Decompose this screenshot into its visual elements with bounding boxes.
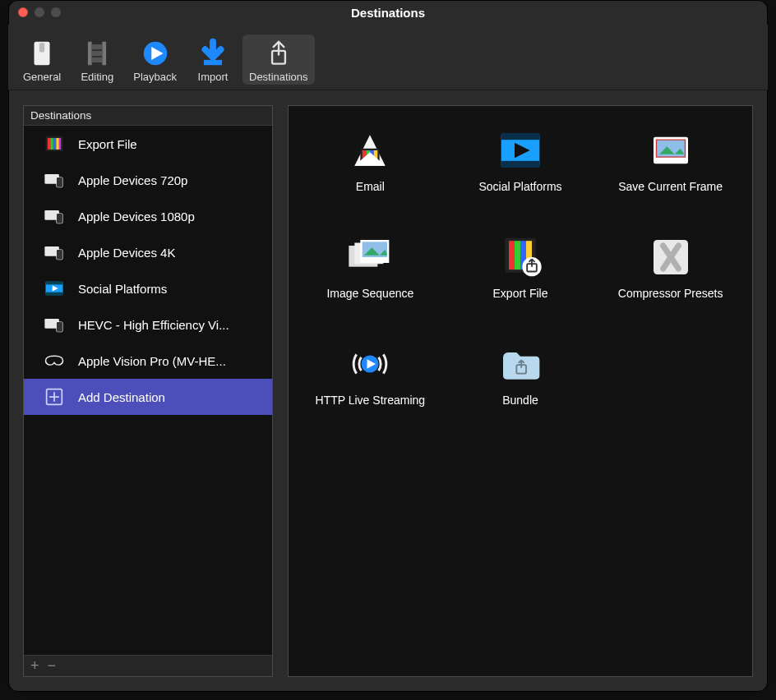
- destination-template[interactable]: HTTP Live Streaming: [295, 331, 446, 438]
- toolbar-tab-label: Destinations: [249, 71, 308, 83]
- destination-template-label: Bundle: [502, 394, 538, 407]
- preferences-toolbar: GeneralEditingPlaybackImportDestinations: [8, 25, 768, 90]
- frame-photo-icon: [644, 127, 697, 173]
- sidebar-item-label: HEVC - High Efficiency Vi...: [78, 318, 229, 332]
- toolbar-tab-label: Playback: [133, 71, 177, 83]
- toolbar-tab-label: General: [23, 71, 61, 83]
- sidebar-item-label: Apple Devices 1080p: [78, 210, 195, 223]
- svg-rect-4: [92, 44, 103, 49]
- sidebar-item-label: Apple Vision Pro (MV-HE...: [78, 354, 226, 368]
- editing-icon: [79, 38, 115, 69]
- destination-template-label: Compressor Presets: [618, 287, 723, 300]
- svg-rect-9: [204, 60, 222, 65]
- svg-rect-19: [57, 177, 62, 187]
- sidebar-list: Export FileApple Devices 720pApple Devic…: [24, 126, 272, 655]
- destination-templates-grid: EmailSocial PlatformsSave Current FrameI…: [288, 105, 753, 677]
- sidebar-item[interactable]: Apple Vision Pro (MV-HE...: [24, 343, 272, 379]
- sidebar-header: Destinations: [24, 106, 272, 126]
- add-destination-button[interactable]: +: [30, 657, 39, 675]
- toolbar-tab-destinations[interactable]: Destinations: [242, 35, 315, 85]
- plus-square-icon: [42, 385, 67, 408]
- devices-icon: [42, 313, 67, 336]
- sidebar-item-label: Export File: [78, 137, 137, 151]
- destination-template[interactable]: Compressor Presets: [595, 224, 746, 331]
- visionpro-icon: [42, 349, 67, 372]
- svg-rect-12: [48, 138, 51, 150]
- remove-destination-button[interactable]: −: [48, 657, 57, 675]
- svg-rect-14: [53, 138, 57, 150]
- sidebar-item[interactable]: HEVC - High Efficiency Vi...: [24, 306, 272, 343]
- email-icon: [344, 127, 396, 173]
- svg-rect-5: [92, 51, 103, 56]
- import-icon: [195, 38, 231, 69]
- svg-rect-6: [92, 58, 103, 62]
- destination-template-label: Save Current Frame: [618, 180, 723, 193]
- svg-rect-51: [515, 241, 520, 269]
- svg-rect-1: [39, 43, 44, 52]
- destinations-sidebar: Destinations Export FileApple Devices 72…: [23, 105, 273, 677]
- svg-rect-28: [46, 292, 63, 296]
- destinations-icon: [261, 38, 297, 69]
- toolbar-tab-playback[interactable]: Playback: [127, 35, 183, 85]
- sidebar-item[interactable]: Apple Devices 1080p: [24, 198, 272, 234]
- hls-icon: [344, 341, 396, 387]
- sidebar-item[interactable]: Apple Devices 720p: [24, 162, 272, 198]
- destination-template[interactable]: Social Platforms: [446, 117, 596, 224]
- destination-template-label: Export File: [493, 287, 548, 300]
- window-title: Destinations: [8, 6, 768, 20]
- content: Destinations Export FileApple Devices 72…: [8, 90, 768, 692]
- sidebar-item[interactable]: Apple Devices 4K: [24, 234, 272, 270]
- svg-rect-44: [656, 140, 685, 157]
- svg-rect-16: [59, 138, 61, 150]
- titlebar: Destinations: [8, 0, 768, 25]
- destination-template[interactable]: Save Current Frame: [595, 117, 746, 224]
- sidebar-item-label: Add Destination: [78, 390, 165, 404]
- toolbar-tab-import[interactable]: Import: [188, 35, 238, 85]
- toolbar-tab-label: Editing: [81, 71, 113, 83]
- destination-template[interactable]: Email: [295, 117, 446, 224]
- svg-rect-2: [88, 42, 92, 66]
- svg-rect-27: [46, 282, 63, 285]
- destination-template[interactable]: Image Sequence: [295, 224, 446, 331]
- svg-rect-41: [501, 161, 540, 168]
- destination-template-label: Social Platforms: [478, 180, 561, 193]
- svg-rect-15: [56, 138, 59, 150]
- compressor-icon: [644, 234, 697, 280]
- svg-rect-50: [509, 241, 515, 269]
- sidebar-item-label: Apple Devices 720p: [78, 173, 187, 187]
- image-sequence-icon: [344, 234, 396, 280]
- svg-rect-25: [57, 250, 62, 260]
- destination-template-label: Image Sequence: [326, 287, 413, 300]
- bundle-folder-icon: [494, 341, 547, 387]
- toolbar-tab-general[interactable]: General: [16, 35, 67, 85]
- devices-icon: [42, 168, 67, 191]
- sidebar-item[interactable]: Export File: [24, 126, 272, 162]
- clip-play-icon: [42, 277, 67, 300]
- sidebar-item-label: Apple Devices 4K: [78, 246, 175, 260]
- destination-template[interactable]: Bundle: [446, 331, 596, 438]
- destination-template-label: Email: [356, 180, 385, 193]
- svg-rect-3: [103, 42, 107, 66]
- toolbar-tab-label: Import: [198, 71, 229, 83]
- playback-icon: [137, 38, 173, 69]
- devices-icon: [42, 205, 67, 228]
- sidebar-item[interactable]: Add Destination: [24, 379, 272, 415]
- sidebar-footer: + −: [24, 655, 272, 676]
- export-file-large-icon: [494, 234, 547, 280]
- general-icon: [24, 38, 60, 69]
- svg-rect-13: [50, 138, 53, 150]
- sidebar-item-label: Social Platforms: [78, 282, 167, 296]
- devices-icon: [42, 241, 67, 264]
- toolbar-tab-editing[interactable]: Editing: [72, 35, 122, 85]
- svg-rect-40: [501, 133, 540, 140]
- svg-rect-22: [57, 214, 62, 223]
- sidebar-item[interactable]: Social Platforms: [24, 270, 272, 306]
- preferences-window: Destinations GeneralEditingPlaybackImpor…: [8, 0, 768, 692]
- svg-rect-32: [57, 322, 62, 332]
- destination-template[interactable]: Export File: [446, 224, 596, 331]
- social-large-icon: [494, 127, 547, 173]
- film-color-icon: [42, 132, 67, 155]
- destination-template-label: HTTP Live Streaming: [316, 394, 426, 407]
